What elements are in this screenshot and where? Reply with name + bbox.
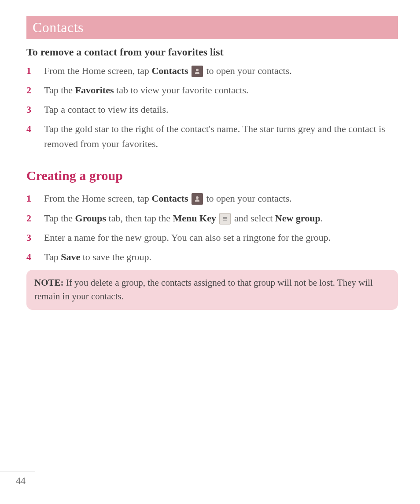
step-text: Tap a contact to view its details. [44,102,398,117]
step-number: 1 [26,191,44,206]
page-number: 44 [16,475,420,486]
step-text: From the Home screen, tap Contacts to op… [44,63,398,78]
note-label: NOTE: [34,277,64,288]
step-number: 4 [26,250,44,265]
subheading-remove-favorite: To remove a contact from your favorites … [26,46,398,58]
list-item: 4 Tap Save to save the group. [26,250,398,265]
step-number: 2 [26,211,44,226]
document-page: Contacts To remove a contact from your f… [0,0,420,332]
step-number: 4 [26,121,44,136]
page-title: Contacts [33,19,392,36]
create-steps-list: 1 From the Home screen, tap Contacts to … [26,191,398,264]
footer-divider [0,471,35,471]
list-item: 2 Tap the Groups tab, then tap the Menu … [26,211,398,226]
step-number: 3 [26,230,44,245]
list-item: 3 Tap a contact to view its details. [26,102,398,117]
page-footer: 44 [0,471,420,486]
contacts-icon [192,193,203,205]
step-number: 2 [26,83,44,98]
header-bar: Contacts [26,16,398,39]
list-item: 4 Tap the gold star to the right of the … [26,121,398,151]
list-item: 3 Enter a name for the new group. You ca… [26,230,398,245]
note-text: If you delete a group, the contacts assi… [34,277,373,302]
step-text: Tap the Groups tab, then tap the Menu Ke… [44,211,398,226]
note-box: NOTE: If you delete a group, the contact… [26,270,398,310]
section-heading-creating-group: Creating a group [26,168,398,183]
list-item: 1 From the Home screen, tap Contacts to … [26,191,398,206]
list-item: 2 Tap the Favorites tab to view your fav… [26,83,398,98]
step-text: Tap the gold star to the right of the co… [44,121,398,151]
step-text: Tap the Favorites tab to view your favor… [44,83,398,98]
list-item: 1 From the Home screen, tap Contacts to … [26,63,398,78]
step-text: Enter a name for the new group. You can … [44,230,398,245]
remove-steps-list: 1 From the Home screen, tap Contacts to … [26,63,398,151]
step-number: 1 [26,63,44,78]
step-text: From the Home screen, tap Contacts to op… [44,191,398,206]
contacts-icon [192,66,203,77]
step-text: Tap Save to save the group. [44,250,398,265]
step-number: 3 [26,102,44,117]
menu-key-icon [219,213,231,224]
